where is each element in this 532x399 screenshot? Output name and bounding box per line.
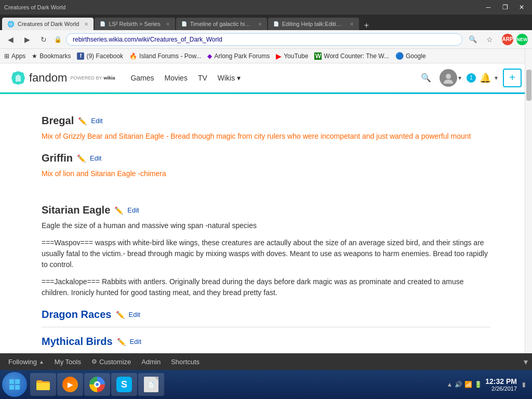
griffin-section-heading: Griffin ✏️ Edit [42, 152, 490, 164]
taskbar-docs[interactable]: 📄 [138, 373, 164, 396]
bookmark-google[interactable]: 🔵 Google [395, 52, 426, 60]
battery-icon[interactable]: 🔋 [474, 381, 482, 388]
bell-icon[interactable]: 🔔 [477, 70, 494, 86]
svg-rect-2 [9, 379, 14, 384]
notification-badge[interactable]: 1 [467, 73, 476, 83]
island-icon: 🔥 [129, 52, 137, 60]
tab4-close[interactable]: ✕ [350, 21, 354, 27]
user-dropdown-arrow[interactable]: ▾ [458, 74, 461, 82]
forward-button[interactable]: ▶ [21, 33, 33, 46]
griffin-title: Griffin [42, 152, 73, 164]
tray-arrow[interactable]: ▲ [446, 381, 453, 388]
tab-2[interactable]: 📄 LS² Rebirth > Series ✕ [95, 18, 175, 30]
mythical-birds-title: Mythical Birds [42, 336, 113, 348]
back-button[interactable]: ◀ [4, 33, 17, 46]
admin-label: Admin [141, 358, 161, 366]
tab-close[interactable]: ✕ [84, 21, 88, 27]
nav-games[interactable]: Games [130, 74, 154, 82]
mytools-button[interactable]: My Tools [50, 356, 85, 368]
bookmark-island[interactable]: 🔥 Island Forums - Pow... [129, 52, 201, 60]
nav-tv[interactable]: TV [198, 74, 207, 82]
following-arrow: ▲ [39, 359, 44, 365]
minimize-button[interactable]: ─ [482, 1, 495, 14]
refresh-button[interactable]: ↻ [37, 33, 50, 46]
user-avatar[interactable] [440, 69, 457, 87]
dragon-races-divider [42, 327, 490, 327]
fandom-logo-text: fandom [29, 71, 67, 85]
volume-icon[interactable]: 🔊 [455, 381, 462, 388]
tab3-label: Timeline of galactic hist... [190, 21, 252, 27]
address-input[interactable] [66, 33, 462, 46]
search-button[interactable]: 🔍 [467, 33, 479, 46]
clock-time: 12:32 PM [485, 377, 517, 385]
following-label: Following [8, 358, 37, 366]
island-label: Island Forums - Pow... [139, 52, 201, 60]
customize-button[interactable]: ⚙ Customize [87, 356, 135, 368]
arlong-icon: ◆ [207, 52, 212, 60]
arp-extension-icon[interactable]: ARP [502, 34, 513, 45]
sitarian-edit-link[interactable]: Edit [127, 206, 139, 214]
bookmark-facebook[interactable]: f (9) Facebook [77, 52, 123, 60]
tab3-icon: 📄 [181, 21, 187, 26]
network-icon[interactable]: 📶 [464, 381, 472, 388]
restore-button[interactable]: ❐ [499, 1, 511, 14]
close-button[interactable]: ✕ [515, 1, 528, 14]
taskbar-skype[interactable]: S [111, 373, 137, 396]
taskbar-chrome[interactable] [84, 373, 110, 396]
tab-3[interactable]: 📄 Timeline of galactic hist... ✕ [176, 18, 267, 30]
start-button[interactable] [2, 372, 27, 397]
svg-rect-4 [9, 385, 14, 390]
show-desktop-icon[interactable]: ▮ [522, 381, 526, 388]
shortcuts-button[interactable]: Shortcuts [167, 356, 204, 368]
nav-movies[interactable]: Movies [165, 74, 188, 82]
scrollbar[interactable] [525, 49, 532, 382]
bregal-edit-link[interactable]: Edit [91, 117, 102, 125]
mythical-birds-edit-link[interactable]: Edit [130, 338, 141, 345]
tab3-close[interactable]: ✕ [258, 21, 262, 27]
bookmark-youtube[interactable]: ▶ YouTube [276, 52, 308, 60]
google-icon: 🔵 [395, 52, 404, 60]
tab-4[interactable]: 📄 Editing Help talk:Editing ... ✕ [268, 18, 359, 30]
taskbar: ▶ S 📄 ▲ 🔊 📶 🔋 12:32 PM [0, 370, 532, 399]
scroll-thumb[interactable] [526, 70, 531, 101]
notifications-group: 1 🔔 ▾ [467, 70, 498, 86]
nav-wikis[interactable]: Wikis ▾ [218, 74, 241, 82]
title-bar-text: Creatures of Dark World [4, 4, 65, 10]
youtube-icon: ▶ [276, 52, 282, 60]
new-extension-icon[interactable]: NEW [516, 34, 528, 45]
sitarian-title: Sitarian Eagle [42, 204, 110, 216]
following-button[interactable]: Following ▲ [4, 356, 48, 368]
bookmark-arlong[interactable]: ◆ Arlong Park Forums [207, 52, 270, 60]
docs-icon: 📄 [143, 376, 159, 393]
taskbar-fileexplorer[interactable] [30, 373, 56, 396]
folder-svg [35, 378, 51, 391]
bregal-pencil-icon: ✏️ [78, 117, 87, 125]
tab2-close[interactable]: ✕ [166, 21, 170, 27]
bookmark-apps[interactable]: ⊞ Apps [4, 52, 25, 60]
bookmarks-label: Bookmarks [39, 52, 71, 60]
bookmark-bookmarks[interactable]: ★ Bookmarks [32, 52, 71, 60]
taskbar-media[interactable]: ▶ [57, 373, 83, 396]
arlong-label: Arlong Park Forums [214, 52, 270, 60]
search-icon-button[interactable]: 🔍 [418, 70, 434, 86]
griffin-pencil-icon: ✏️ [77, 154, 86, 163]
bell-dropdown-arrow[interactable]: ▾ [495, 74, 498, 82]
taskbar-right: ▲ 🔊 📶 🔋 12:32 PM 2/26/2017 ▮ [446, 377, 530, 392]
apps-icon: ⊞ [4, 52, 9, 60]
facebook-icon: f [77, 52, 84, 60]
plus-button[interactable]: + [503, 69, 522, 87]
bookmark-wordcounter[interactable]: W Word Counter: The W... [314, 52, 389, 60]
bookmark-star[interactable]: ☆ [483, 33, 496, 46]
system-clock[interactable]: 12:32 PM 2/26/2017 [485, 377, 517, 392]
fandom-logo[interactable]: fandom POWERED BY wikia [10, 70, 115, 86]
tab-active[interactable]: 🌐 Creatures of Dark World ✕ [2, 18, 94, 30]
admin-button[interactable]: Admin [137, 356, 165, 368]
toolbar-collapse[interactable]: ▾ [524, 357, 528, 366]
mytools-label: My Tools [55, 358, 81, 366]
griffin-edit-link[interactable]: Edit [90, 154, 101, 162]
fandom-logo-icon [10, 70, 26, 86]
google-label: Google [406, 52, 426, 60]
dragon-races-edit-link[interactable]: Edit [129, 311, 140, 318]
new-tab-button[interactable]: + [360, 21, 373, 30]
tab2-label: LS² Rebirth > Series [109, 21, 160, 27]
